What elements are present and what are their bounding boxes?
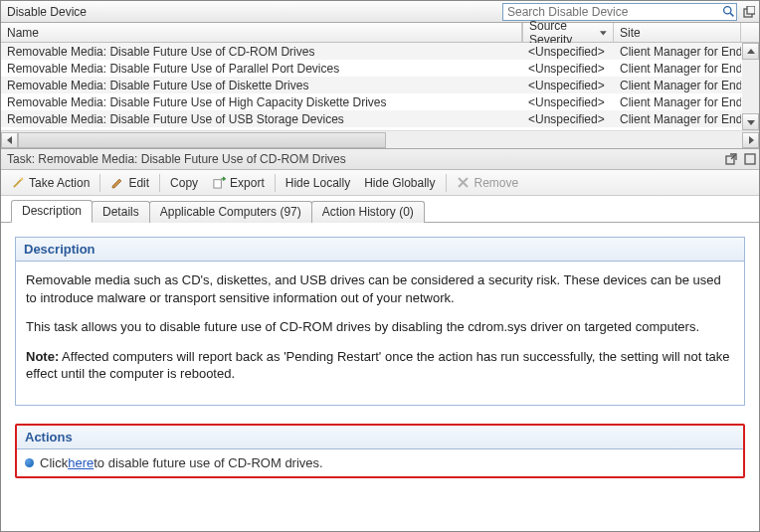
cell-severity: <Unspecified> — [522, 45, 614, 59]
cell-name: Removable Media: Disable Future Use of C… — [1, 45, 522, 59]
toolbar-separator — [446, 174, 447, 192]
svg-marker-4 — [600, 31, 607, 35]
cell-site: Client Manager for Endpoint — [614, 62, 741, 76]
search-icon[interactable] — [720, 4, 736, 20]
description-panel-body: Removable media such as CD's, diskettes,… — [16, 262, 744, 405]
hide-globally-button[interactable]: Hide Globally — [358, 174, 441, 192]
export-label: Export — [230, 176, 265, 190]
cell-severity: <Unspecified> — [522, 62, 614, 76]
tab-applicable-computers[interactable]: Applicable Computers (97) — [149, 201, 312, 223]
toolbar-separator — [159, 174, 160, 192]
wand-icon — [11, 176, 25, 190]
description-panel-head: Description — [16, 238, 744, 262]
svg-line-1 — [730, 13, 733, 16]
remove-label: Remove — [475, 176, 519, 190]
svg-point-0 — [723, 7, 730, 14]
svg-marker-14 — [112, 179, 121, 188]
scroll-down-icon[interactable] — [742, 113, 759, 130]
copy-button[interactable]: Copy — [164, 174, 204, 192]
cell-severity: <Unspecified> — [522, 112, 614, 126]
cell-site: Client Manager for Endpoint — [614, 112, 741, 126]
task-title: Task: Removable Media: Disable Future Us… — [7, 152, 723, 166]
sort-desc-icon — [600, 29, 607, 37]
action-row: Click here to disable future use of CD-R… — [17, 449, 743, 476]
svg-marker-6 — [747, 120, 755, 125]
cell-severity: <Unspecified> — [522, 95, 614, 109]
svg-marker-5 — [747, 49, 755, 54]
column-header-name[interactable]: Name — [1, 23, 522, 42]
cell-name: Removable Media: Disable Future Use of P… — [1, 62, 522, 76]
description-note: Note: Affected computers will report bac… — [26, 348, 734, 383]
svg-rect-15 — [214, 180, 221, 188]
svg-line-12 — [13, 180, 20, 187]
description-para-1: Removable media such as CD's, diskettes,… — [26, 271, 734, 306]
scroll-right-icon[interactable] — [742, 132, 759, 148]
table-row[interactable]: Removable Media: Disable Future Use of H… — [1, 93, 759, 110]
edit-label: Edit — [128, 176, 149, 190]
action-pre-text: Click — [40, 455, 68, 470]
tab-details[interactable]: Details — [92, 201, 150, 223]
hide-globally-label: Hide Globally — [364, 176, 435, 190]
edit-button[interactable]: Edit — [104, 174, 155, 192]
action-post-text: to disable future use of CD-ROM drives. — [94, 455, 322, 470]
scrollbar-track[interactable] — [18, 132, 742, 148]
vertical-scrollbar[interactable] — [742, 43, 759, 130]
cell-name: Removable Media: Disable Future Use of U… — [1, 112, 522, 126]
take-action-label: Take Action — [29, 176, 90, 190]
scroll-left-icon[interactable] — [1, 132, 18, 148]
hide-locally-button[interactable]: Hide Locally — [280, 174, 356, 192]
cell-severity: <Unspecified> — [522, 79, 614, 92]
page-title: Disable Device — [7, 5, 502, 19]
export-button[interactable]: Export — [206, 174, 271, 192]
toolbar-separator — [275, 174, 276, 192]
scrollbar-track[interactable] — [742, 60, 759, 113]
grid-body: Removable Media: Disable Future Use of C… — [1, 43, 759, 130]
cell-name: Removable Media: Disable Future Use of D… — [1, 79, 522, 92]
column-header-severity[interactable]: Source Severity — [522, 23, 614, 42]
search-input[interactable] — [503, 4, 720, 20]
svg-rect-11 — [745, 154, 755, 164]
delete-icon — [457, 176, 471, 190]
bullet-icon — [25, 458, 34, 467]
table-row[interactable]: Removable Media: Disable Future Use of P… — [1, 60, 759, 77]
column-header-site[interactable]: Site — [614, 23, 741, 42]
copy-label: Copy — [170, 176, 198, 190]
horizontal-scrollbar[interactable] — [1, 130, 759, 148]
tab-description[interactable]: Description — [11, 200, 93, 223]
grid-header: Name Source Severity Site — [1, 23, 759, 43]
table-row[interactable]: Removable Media: Disable Future Use of C… — [1, 43, 759, 60]
popout-pane-icon[interactable] — [723, 152, 738, 167]
description-panel: Description Removable media such as CD's… — [15, 237, 745, 406]
remove-button: Remove — [451, 174, 525, 192]
tab-content: Description Removable media such as CD's… — [1, 223, 759, 532]
table-row[interactable]: Removable Media: Disable Future Use of D… — [1, 77, 759, 93]
table-row[interactable]: Removable Media: Disable Future Use of U… — [1, 110, 759, 127]
note-text: Affected computers will report back as '… — [26, 349, 730, 382]
svg-marker-7 — [7, 136, 12, 144]
note-label: Note: — [26, 349, 59, 364]
action-link[interactable]: here — [68, 455, 94, 470]
hide-locally-label: Hide Locally — [285, 176, 350, 190]
pencil-icon — [110, 176, 124, 190]
scroll-gutter — [741, 23, 759, 42]
scrollbar-thumb[interactable] — [18, 132, 386, 148]
actions-panel: Actions Click here to disable future use… — [15, 424, 745, 478]
cell-site: Client Manager for Endpoint — [614, 95, 741, 109]
description-para-2: This task allows you to disable future u… — [26, 318, 734, 336]
toolbar: Take Action Edit Copy Export Hide Locall… — [1, 170, 759, 196]
tab-strip: Description Details Applicable Computers… — [1, 196, 759, 223]
svg-rect-3 — [747, 6, 755, 14]
task-title-bar: Task: Removable Media: Disable Future Us… — [1, 148, 759, 170]
toolbar-separator — [99, 174, 100, 192]
take-action-button[interactable]: Take Action — [5, 174, 95, 192]
pop-out-icon[interactable] — [741, 4, 757, 20]
export-icon — [212, 176, 226, 190]
maximize-pane-icon[interactable] — [742, 152, 757, 167]
actions-panel-head: Actions — [17, 426, 743, 449]
scroll-up-icon[interactable] — [742, 43, 759, 60]
tab-action-history[interactable]: Action History (0) — [311, 201, 425, 223]
header-bar: Disable Device — [1, 1, 759, 23]
cell-site: Client Manager for Endpoint — [614, 79, 741, 92]
cell-name: Removable Media: Disable Future Use of H… — [1, 95, 522, 109]
svg-marker-8 — [749, 136, 754, 144]
